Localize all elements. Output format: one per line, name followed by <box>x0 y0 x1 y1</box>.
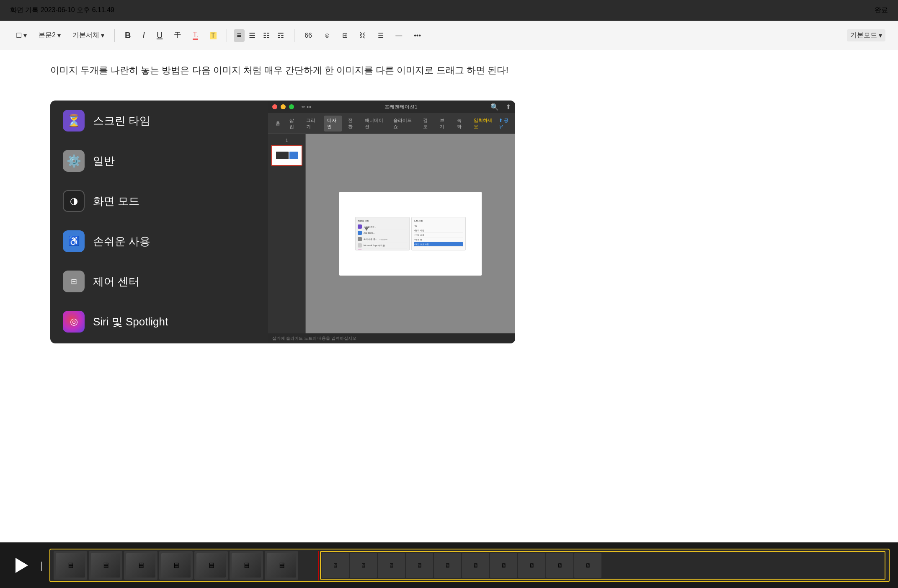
image-chevron: ▾ <box>23 31 27 39</box>
align-center-button[interactable]: ☰ <box>245 29 259 42</box>
menu-item-controlcenter[interactable]: ⊟ 제어 센터 <box>50 261 268 302</box>
timeline-thumb-2: 🖥 <box>89 551 122 580</box>
timeline-right-thumb-4: 🖥 <box>406 553 433 578</box>
image-icon: ☐ <box>16 31 22 39</box>
title-bar-done[interactable]: 완료 <box>875 6 888 15</box>
text-color-button[interactable]: T. <box>189 29 201 41</box>
scroll-to-end-button[interactable]: ↩ <box>867 513 888 534</box>
toolbar-separator-2 <box>227 29 227 42</box>
minimize-button[interactable] <box>281 104 286 109</box>
align-justify-button[interactable]: ☶ <box>274 29 287 42</box>
more-label: ••• <box>414 32 421 39</box>
paragraph-style-label: 본문2 <box>39 31 56 40</box>
keynote-panel: ✏ ••• 프레젠테이션1 🔍 ⬆ 홈 삽입 그리기 디자인 전환 애니메이션 … <box>268 101 515 343</box>
keynote-status-text: 삽기에 슬라이드 노트의 내용을 입력하십시오 <box>272 335 356 341</box>
emoji-label: ☺ <box>324 32 330 39</box>
screentime-label: 스크린 타임 <box>93 113 150 128</box>
canvas-slide: Mac의 관리 사진을 보는.. App Store... 화이 사용 중...… <box>339 192 482 276</box>
align-group: ≡ ☰ ☷ ☶ <box>234 29 288 42</box>
keynote-toolbar-icons: ✏ ••• <box>302 104 312 110</box>
accessibility-label: 손쉬운 사용 <box>93 234 150 249</box>
more-button[interactable]: ••• <box>410 30 424 41</box>
slide-number-label: 1 <box>286 138 288 143</box>
mode-label: 기본모드 <box>850 31 877 40</box>
timeline-right-thumb-7: 🖥 <box>490 553 517 578</box>
underline-button[interactable]: U <box>153 29 166 42</box>
tab-insert[interactable]: 삽입 <box>286 116 300 132</box>
tab-record[interactable]: 녹화 <box>454 116 468 132</box>
canvas-notes-box: 노트 지원 • 밥 • 편의 사항 • 수업 내용 • 세계 변 • 개인 보호… <box>411 217 466 250</box>
tab-animation[interactable]: 애니메이션 <box>361 116 387 132</box>
general-icon: ⚙️ <box>63 150 85 172</box>
general-label: 일반 <box>93 154 115 168</box>
timeline-right-thumb-6: 🖥 <box>462 553 489 578</box>
menu-item-display[interactable]: ◑ 화면 모드 <box>50 181 268 221</box>
paragraph-style-selector[interactable]: 본문2 ▾ <box>35 29 64 41</box>
quote-button[interactable]: 66 <box>301 30 315 41</box>
slide-list: 1 <box>268 134 306 333</box>
bold-label: B <box>125 31 131 40</box>
link-label: ⛓ <box>359 32 366 39</box>
keynote-titlebar: ✏ ••• 프레젠테이션1 🔍 ⬆ <box>268 101 515 113</box>
paragraph-style-chevron: ▾ <box>57 31 61 39</box>
title-bar: 화면 기록 2023-06-10 오후 6.11.49 완료 <box>0 0 898 21</box>
strikethrough-button[interactable]: 干 <box>171 29 184 41</box>
timeline-left-bracket: | <box>40 560 43 571</box>
tab-transition[interactable]: 전환 <box>345 116 359 132</box>
tab-slideshow[interactable]: 슬라이드 쇼 <box>390 116 417 132</box>
list-button[interactable]: ☰ <box>374 30 387 41</box>
system-preferences-panel: ⏳ 스크린 타임 ⚙️ 일반 ◑ 화면 모드 ♿ 손쉬운 사용 ⊟ 제어 센터 <box>50 101 268 343</box>
text-color-label: T. <box>193 31 198 40</box>
menu-item-screentime[interactable]: ⏳ 스크린 타임 <box>50 101 268 141</box>
bold-button[interactable]: B <box>121 29 134 42</box>
slide-thumbnail-1[interactable] <box>271 145 302 166</box>
underline-label: U <box>157 31 163 40</box>
table-button[interactable]: ⊞ <box>339 30 351 41</box>
timeline-right-thumb-2: 🖥 <box>350 553 377 578</box>
menu-item-accessibility[interactable]: ♿ 손쉬운 사용 <box>50 221 268 261</box>
timeline-thumb-3: 🖥 <box>124 551 157 580</box>
tab-view[interactable]: 보기 <box>436 116 451 132</box>
hr-button[interactable]: — <box>392 30 405 41</box>
timeline-track[interactable]: 🖥 🖥 🖥 🖥 🖥 🖥 🖥 🖥 🖥 🖥 🖥 🖥 🖥 🖥 🖥 🖥 🖥 <box>49 549 890 582</box>
tab-design[interactable]: 디자인 <box>324 116 342 132</box>
timeline-right-thumb-3: 🖥 <box>378 553 405 578</box>
play-icon <box>15 558 28 573</box>
italic-button[interactable]: I <box>139 29 148 42</box>
share-button[interactable]: ⬆ 공유 <box>499 117 511 130</box>
timeline-thumb-4: 🖥 <box>159 551 193 580</box>
screenshot-area: ⏳ 스크린 타임 ⚙️ 일반 ◑ 화면 모드 ♿ 손쉬운 사용 ⊟ 제어 센터 <box>50 101 515 343</box>
image-button[interactable]: ☐ ▾ <box>13 30 30 41</box>
maximize-button[interactable] <box>289 104 294 109</box>
link-button[interactable]: ⛓ <box>356 30 369 41</box>
display-icon: ◑ <box>63 190 85 212</box>
mode-selector[interactable]: 기본모드 ▾ <box>847 29 885 41</box>
siri-label: Siri 및 Spotlight <box>93 315 168 329</box>
play-button[interactable] <box>8 553 34 578</box>
keynote-share-icon[interactable]: ⬆ <box>506 103 511 111</box>
keynote-menu-tabs: 홈 삽입 그리기 디자인 전환 애니메이션 슬라이드 쇼 검토 보기 녹화 입력… <box>268 113 515 134</box>
tab-draw[interactable]: 그리기 <box>303 116 321 132</box>
font-selector[interactable]: 기본서체 ▾ <box>69 29 108 41</box>
text-bg-label: T <box>210 32 217 39</box>
close-button[interactable] <box>272 104 277 109</box>
timeline-right-thumb-1: 🖥 <box>322 553 349 578</box>
display-label: 화면 모드 <box>93 194 139 209</box>
menu-item-general[interactable]: ⚙️ 일반 <box>50 141 268 181</box>
tab-home[interactable]: 홈 <box>272 119 284 128</box>
timeline-thumb-7: 🖥 <box>265 551 298 580</box>
keynote-search-icon[interactable]: 🔍 <box>490 103 499 111</box>
timeline-thumb-1: 🖥 <box>54 551 87 580</box>
text-bg-button[interactable]: T <box>206 30 220 41</box>
screentime-icon: ⏳ <box>63 110 85 132</box>
menu-item-siri[interactable]: ◎ Siri 및 Spotlight <box>50 302 268 342</box>
align-left-button[interactable]: ≡ <box>234 29 245 42</box>
tab-review[interactable]: 검토 <box>420 116 434 132</box>
align-right-button[interactable]: ☷ <box>260 29 273 42</box>
emoji-button[interactable]: ☺ <box>320 30 334 41</box>
tab-input[interactable]: 입력하세요 <box>470 116 496 132</box>
quote-label: 66 <box>304 32 312 39</box>
title-bar-title: 화면 기록 2023-06-10 오후 6.11.49 <box>10 6 114 15</box>
keynote-body: 1 Mac <box>268 134 515 333</box>
cursor-indicator <box>364 227 369 231</box>
